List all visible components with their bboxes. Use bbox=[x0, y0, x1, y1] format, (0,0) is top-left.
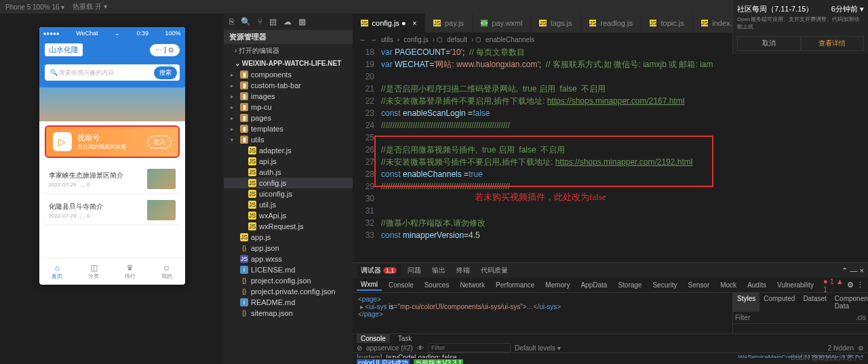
tree-README.md[interactable]: iREADME.md bbox=[224, 297, 353, 308]
tree-custom-tab-bar[interactable]: ▮custom-tab-bar bbox=[224, 80, 353, 91]
back-icon[interactable]: ← bbox=[359, 36, 366, 43]
tree-auth.js[interactable]: JSauth.js bbox=[224, 167, 353, 178]
search-icon[interactable]: 🔍 bbox=[241, 17, 251, 26]
tree-util.js[interactable]: JSutil.js bbox=[224, 199, 353, 210]
dpanel-Sensor[interactable]: Sensor bbox=[684, 280, 714, 290]
dpanel-Mock[interactable]: Mock bbox=[716, 280, 741, 290]
dtab-代码质量[interactable]: 代码质量 bbox=[477, 264, 512, 277]
styles-panel: StylesComputedDatasetComponent Data Filt… bbox=[732, 293, 868, 333]
tab-首页[interactable]: ⌂首页 bbox=[39, 258, 76, 285]
capsule-button[interactable]: ⋯ | ⊙ bbox=[150, 44, 180, 56]
branch-icon[interactable]: ⑂ bbox=[258, 17, 262, 26]
devtools-panel: 调试器 1,1问题输出终端代码质量⌃ — × WxmlConsoleSource… bbox=[353, 262, 868, 364]
tree-adapter.js[interactable]: JSadapter.js bbox=[224, 145, 353, 156]
dpanel-AppData[interactable]: AppData bbox=[576, 280, 611, 290]
dpanel-Security[interactable]: Security bbox=[648, 280, 681, 290]
editor-panel: JSconfig.js ●×JSpay.js<>pay.wxmlJStags.j… bbox=[353, 14, 868, 364]
app-header: 山水化隆 ⋯ | ⊙ bbox=[39, 39, 185, 64]
tree-app.json[interactable]: app.json bbox=[224, 243, 353, 254]
tree-sitemap.json[interactable]: sitemap.json bbox=[224, 308, 353, 319]
video-card[interactable]: ▷ 视频号 关注我的视频和直播 进入 bbox=[45, 125, 180, 158]
tab-tags.js[interactable]: JStags.js bbox=[531, 14, 580, 33]
phone-preview[interactable]: ●●●●● WeChat ⌄ 0:39 100% 山水化隆 ⋯ | ⊙ 🔍 搜索… bbox=[39, 27, 185, 285]
hero-image bbox=[39, 87, 185, 121]
ctab-Console[interactable]: Console bbox=[357, 334, 390, 343]
console-filter[interactable] bbox=[428, 343, 511, 352]
ctab-Task[interactable]: Task bbox=[394, 334, 416, 343]
dpanel-Memory[interactable]: Memory bbox=[541, 280, 574, 290]
tree-mp-cu[interactable]: ▮mp-cu bbox=[224, 102, 353, 113]
dtab-调试器[interactable]: 调试器 1,1 bbox=[357, 264, 401, 277]
dpanel-Storage[interactable]: Storage bbox=[614, 280, 646, 290]
tree-templates[interactable]: ▮templates bbox=[224, 123, 353, 134]
tab-topic.js[interactable]: JStopic.js bbox=[642, 14, 693, 33]
tab-pay.js[interactable]: JSpay.js bbox=[425, 14, 472, 33]
stab-Component Data[interactable]: Component Data bbox=[831, 293, 868, 312]
dtab-终端[interactable]: 终端 bbox=[452, 264, 474, 277]
annotation-text: 若未购买视频插件，此处改为false bbox=[475, 191, 606, 203]
dtab-输出[interactable]: 输出 bbox=[428, 264, 450, 277]
tree-uiconfig.js[interactable]: JSuiconfig.js bbox=[224, 188, 353, 199]
tree-utils[interactable]: ▮utils bbox=[224, 134, 353, 145]
tree-wxApi.js[interactable]: JSwxApi.js bbox=[224, 210, 353, 221]
dpanel-Wxml[interactable]: Wxml bbox=[357, 279, 382, 291]
notif-cancel[interactable]: 取消 bbox=[737, 36, 801, 51]
tree-project.config.json[interactable]: project.config.json bbox=[224, 275, 353, 286]
cloud-icon[interactable]: ☁ bbox=[283, 17, 292, 26]
dpanel-Network[interactable]: Network bbox=[456, 280, 489, 290]
tree-app.js[interactable]: JSapp.js bbox=[224, 232, 353, 243]
file-explorer: ⎘ 🔍 ⑂ ▤ ☁ ▦ 资源管理器 › 打开的编辑器 ⌄ WEIXIN-APP-… bbox=[224, 14, 353, 364]
tree-wxRequest.js[interactable]: JSwxRequest.js bbox=[224, 221, 353, 232]
stab-Styles[interactable]: Styles bbox=[733, 293, 760, 312]
search-box[interactable]: 🔍 搜索你感兴趣的内容 搜索 bbox=[45, 64, 180, 81]
gear-icon[interactable]: ⚙ bbox=[847, 281, 854, 289]
tree-project.private.config.json[interactable]: project.private.config.json bbox=[224, 286, 353, 297]
tab-我的[interactable]: ☺我的 bbox=[149, 258, 185, 285]
tree-LICENSE.md[interactable]: iLICENSE.md bbox=[224, 264, 353, 275]
list-item[interactable]: 李家峡生态旅游景区简介2022-07-29◡ 0 bbox=[45, 165, 180, 193]
tree-components[interactable]: ▮components bbox=[224, 69, 353, 80]
tree-api.js[interactable]: JSapi.js bbox=[224, 156, 353, 167]
device-select[interactable]: Phone 5 100% 16 ▾ bbox=[5, 3, 64, 11]
tree-config.js[interactable]: JSconfig.js bbox=[224, 178, 353, 188]
dpanel-Sources[interactable]: Sources bbox=[420, 280, 454, 290]
dpanel-Audits[interactable]: Audits bbox=[743, 280, 770, 290]
layout-icon[interactable]: ▤ bbox=[269, 17, 277, 26]
tab-bar: ⌂首页◫分类♛排行☺我的 bbox=[39, 258, 185, 285]
tree-app.wxss[interactable]: JSapp.wxss bbox=[224, 254, 353, 264]
tab-排行[interactable]: ♛排行 bbox=[112, 258, 149, 285]
search-button[interactable]: 搜索 bbox=[154, 66, 177, 79]
video-icon: ▷ bbox=[53, 132, 72, 151]
project-root[interactable]: ⌄ WEIXIN-APP-WATCH-LIFE.NET bbox=[224, 58, 353, 69]
notif-view[interactable]: 查看详情 bbox=[801, 36, 865, 51]
eye-icon[interactable]: 👁 bbox=[417, 344, 424, 352]
dpanel-Vulnerability[interactable]: Vulnerability bbox=[773, 280, 818, 290]
scope-select[interactable]: appservice (#2) bbox=[366, 344, 413, 352]
tab-pay.wxml[interactable]: <>pay.wxml bbox=[473, 14, 532, 33]
tab-readlog.js[interactable]: JSreadlog.js bbox=[581, 14, 642, 33]
stab-Dataset[interactable]: Dataset bbox=[799, 293, 830, 312]
explorer-icon[interactable]: ⎘ bbox=[229, 17, 234, 26]
hot-reload-toggle[interactable]: 热重载 开 ▾ bbox=[73, 2, 107, 12]
enter-button[interactable]: 进入 bbox=[147, 136, 172, 148]
level-select[interactable]: Default levels ▾ bbox=[515, 344, 561, 352]
ext-icon[interactable]: ▦ bbox=[298, 17, 306, 26]
open-editors[interactable]: › 打开的编辑器 bbox=[224, 44, 353, 58]
list-item[interactable]: 化隆县旦斗寺简介2022-07-29◡ 0 bbox=[45, 196, 180, 224]
tree-images[interactable]: ▮images bbox=[224, 91, 353, 102]
clear-icon[interactable]: ⊘ bbox=[357, 344, 362, 352]
dpanel-Performance[interactable]: Performance bbox=[492, 280, 538, 290]
stab-Computed[interactable]: Computed bbox=[760, 293, 799, 312]
wxml-tree[interactable]: <page> ▸ <ui-sys is="mp-cu/colorUI/compo… bbox=[353, 293, 732, 333]
styles-filter[interactable]: Filter bbox=[735, 314, 750, 321]
tab-config.js[interactable]: JSconfig.js ●× bbox=[353, 14, 425, 33]
dtab-问题[interactable]: 问题 bbox=[403, 264, 425, 277]
gear-icon[interactable]: ⚙ bbox=[858, 344, 864, 352]
console-toolbar: ⊘ appservice (#2) 👁 Default levels ▾ 2 h… bbox=[353, 343, 868, 353]
forward-icon[interactable]: → bbox=[370, 36, 377, 43]
tab-分类[interactable]: ◫分类 bbox=[75, 258, 112, 285]
tree-pages[interactable]: ▮pages bbox=[224, 113, 353, 123]
notification-popup: 社区每周（7.11-7.15）6分钟前 ▾ Open服务端可设用、支开支开费调整… bbox=[732, 0, 868, 54]
dpanel-Console[interactable]: Console bbox=[384, 280, 418, 290]
code-editor[interactable]: 18192021222324252627282930313233 var PAG… bbox=[353, 46, 868, 262]
